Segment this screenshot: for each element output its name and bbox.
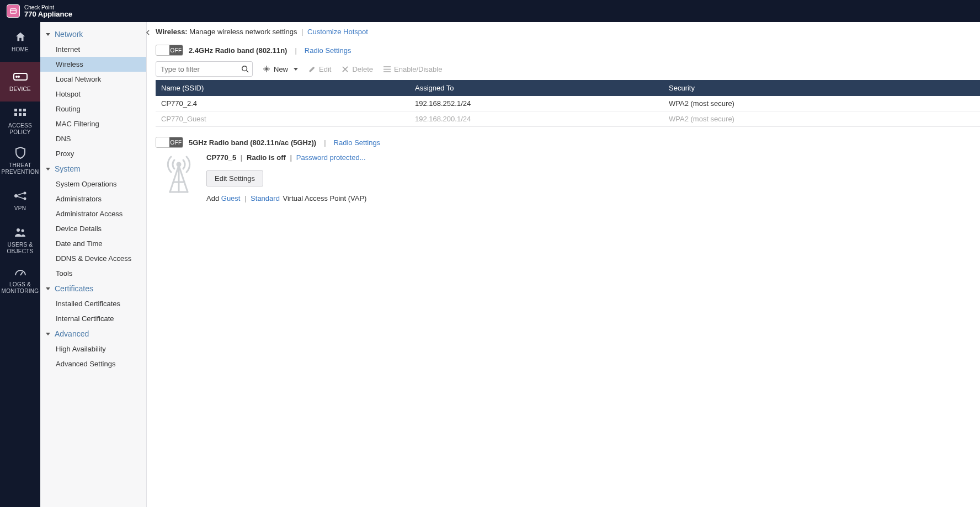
add-vap-line: Add Guest | Standard Virtual Access Poin… — [206, 194, 980, 202]
sidebar-group-label: Network — [55, 30, 83, 39]
shield-icon — [13, 147, 28, 159]
enable-disable-button[interactable]: Enable/Disable — [383, 65, 442, 73]
band-24-toolbar: New Edit Delete — [156, 61, 980, 77]
chevron-down-icon — [294, 68, 298, 71]
brand-logo-icon — [7, 4, 20, 18]
svg-rect-9 — [23, 113, 26, 116]
caret-down-icon — [46, 287, 50, 290]
list-icon — [383, 65, 391, 73]
brand-text: Check Point 770 Appliance — [24, 4, 72, 18]
svg-point-2 — [16, 76, 17, 77]
brand-bottom: 770 Appliance — [24, 10, 72, 18]
page-heading: Wireless: Manage wireless network settin… — [156, 26, 980, 45]
cell-ssid: CP770_Guest — [156, 111, 409, 127]
svg-point-14 — [21, 230, 24, 232]
cell-security: WPA2 (most secure) — [663, 111, 980, 127]
edit-button[interactable]: Edit — [308, 65, 331, 73]
svg-rect-6 — [23, 109, 26, 111]
sidebar-item-wireless[interactable]: Wireless — [40, 57, 146, 72]
customize-hotspot-link[interactable]: Customize Hotspot — [307, 28, 368, 36]
sidebar-group-certificates[interactable]: Certificates — [40, 281, 146, 296]
sidebar-item-internal-certificate[interactable]: Internal Certificate — [40, 311, 146, 326]
users-icon — [13, 226, 28, 238]
device-icon — [13, 71, 28, 83]
sidebar-item-high-availability[interactable]: High Availability — [40, 341, 146, 356]
sidebar: NetworkInternetWirelessLocal NetworkHots… — [40, 22, 147, 507]
col-security[interactable]: Security — [663, 80, 980, 96]
brand-top: Check Point — [24, 4, 72, 10]
grid-icon — [13, 107, 28, 119]
sidebar-group-system[interactable]: System — [40, 161, 146, 177]
band-5-radio-settings-link[interactable]: Radio Settings — [334, 138, 381, 147]
sidebar-item-ddns-device-access[interactable]: DDNS & Device Access — [40, 251, 146, 266]
svg-rect-5 — [19, 109, 22, 111]
sidebar-item-internet[interactable]: Internet — [40, 42, 146, 57]
add-standard-link[interactable]: Standard — [251, 194, 280, 202]
sidebar-item-administrators[interactable]: Administrators — [40, 191, 146, 206]
col-assigned[interactable]: Assigned To — [409, 80, 663, 96]
search-icon[interactable] — [239, 63, 251, 74]
delete-button[interactable]: Delete — [341, 65, 373, 73]
svg-point-10 — [14, 194, 18, 198]
main-content: Wireless: Manage wireless network settin… — [147, 22, 980, 507]
sidebar-item-advanced-settings[interactable]: Advanced Settings — [40, 356, 146, 371]
nav-home[interactable]: HOME — [0, 22, 40, 62]
svg-point-12 — [23, 198, 26, 200]
sidebar-item-proxy[interactable]: Proxy — [40, 146, 146, 161]
antenna-icon — [156, 153, 191, 196]
band-5-title: 5GHz Radio band (802.11n/ac (5GHz)) — [189, 138, 316, 147]
nav-users-objects[interactable]: USERS & OBJECTS — [0, 221, 40, 260]
table-row[interactable]: CP770_Guest192.168.200.1/24WPA2 (most se… — [156, 111, 980, 127]
nav-device[interactable]: DEVICE — [0, 62, 40, 102]
edit-settings-button[interactable]: Edit Settings — [206, 170, 263, 186]
sidebar-item-hotspot[interactable]: Hotspot — [40, 87, 146, 102]
cell-ssid: CP770_2.4 — [156, 96, 409, 111]
caret-down-icon — [46, 33, 50, 36]
nav-logs-monitoring[interactable]: LOGS & MONITORING — [0, 260, 40, 300]
add-guest-link[interactable]: Guest — [221, 194, 241, 202]
svg-point-15 — [242, 66, 247, 71]
page-title: Wireless: — [156, 28, 188, 36]
sidebar-item-system-operations[interactable]: System Operations — [40, 177, 146, 191]
plus-icon — [263, 65, 270, 73]
sidebar-item-administrator-access[interactable]: Administrator Access — [40, 206, 146, 221]
band-24-radio-settings-link[interactable]: Radio Settings — [305, 46, 351, 55]
vpn-icon — [13, 190, 28, 202]
col-ssid[interactable]: Name (SSID) — [156, 80, 409, 96]
pencil-icon — [308, 65, 316, 73]
sidebar-item-tools[interactable]: Tools — [40, 266, 146, 281]
band-24-toggle-label: OFF — [169, 45, 183, 55]
sidebar-item-routing[interactable]: Routing — [40, 102, 146, 116]
band-5-toggle[interactable]: OFF — [156, 137, 183, 148]
sidebar-group-advanced[interactable]: Advanced — [40, 326, 146, 341]
sidebar-collapse-button[interactable] — [142, 26, 154, 39]
app-header: Check Point 770 Appliance — [0, 0, 980, 22]
svg-rect-8 — [19, 113, 22, 116]
cell-assigned: 192.168.200.1/24 — [409, 111, 663, 127]
sidebar-item-installed-certificates[interactable]: Installed Certificates — [40, 296, 146, 311]
sidebar-group-label: Certificates — [55, 284, 93, 293]
password-protected-link[interactable]: Password protected... — [296, 153, 366, 162]
filter-input[interactable] — [156, 61, 253, 77]
caret-down-icon — [46, 333, 50, 335]
sidebar-item-device-details[interactable]: Device Details — [40, 221, 146, 236]
svg-rect-0 — [10, 9, 17, 13]
new-button[interactable]: New — [263, 65, 298, 73]
band-24-title: 2.4GHz Radio band (802.11n) — [189, 46, 287, 55]
sidebar-item-date-and-time[interactable]: Date and Time — [40, 236, 146, 251]
band-24ghz-section: OFF 2.4GHz Radio band (802.11n) | Radio … — [156, 45, 980, 127]
caret-down-icon — [46, 168, 50, 170]
band-5-toggle-label: OFF — [169, 137, 183, 147]
primary-nav: HOME DEVICE ACCESS POLICY THREAT PREVENT… — [0, 22, 40, 507]
nav-threat-prevention[interactable]: THREAT PREVENTION — [0, 141, 40, 181]
sidebar-item-dns[interactable]: DNS — [40, 131, 146, 146]
sidebar-group-network[interactable]: Network — [40, 26, 146, 42]
svg-rect-7 — [14, 113, 17, 116]
nav-vpn[interactable]: VPN — [0, 181, 40, 221]
svg-point-11 — [23, 192, 26, 195]
nav-access-policy[interactable]: ACCESS POLICY — [0, 102, 40, 141]
sidebar-item-mac-filtering[interactable]: MAC Filtering — [40, 116, 146, 131]
table-row[interactable]: CP770_2.4192.168.252.1/24WPA2 (most secu… — [156, 96, 980, 111]
sidebar-item-local-network[interactable]: Local Network — [40, 72, 146, 87]
band-24-toggle[interactable]: OFF — [156, 45, 183, 56]
